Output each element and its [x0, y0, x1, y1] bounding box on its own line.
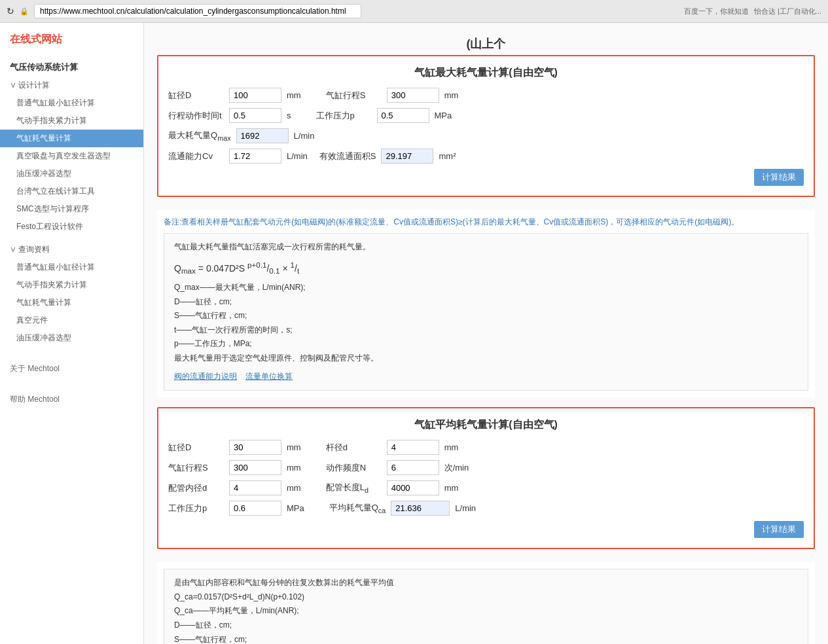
avg-desc-2: Q_ca——平均耗气量，L/min(ANR);: [174, 604, 798, 618]
max-pressure-label: 工作压力p: [316, 110, 372, 122]
max-bore-label: 缸径D: [168, 90, 224, 101]
max-qmax-row: 最大耗气量Qmax L/min: [168, 128, 804, 143]
avg-inner-row: 配管内径d mm 配管长度Ld mm: [168, 480, 804, 495]
sidebar-item-cylinder-min[interactable]: 普通气缸最小缸径计算: [0, 94, 143, 112]
sidebar-item-gas-consumption[interactable]: 气缸耗气量计算: [0, 130, 143, 147]
max-bore-group: 缸径D mm: [168, 88, 301, 103]
avg-qca-unit: L/min: [455, 503, 476, 513]
bookmark-item-baidu[interactable]: 百度一下，你就知道: [684, 7, 749, 16]
ld-sub: d: [365, 486, 369, 494]
avg-pressure-input[interactable]: [229, 501, 281, 516]
max-area-group: 有效流通面积S mm²: [319, 149, 456, 164]
avg-bore-input[interactable]: [229, 440, 281, 455]
sidebar-query-grip[interactable]: 气动手指夹紧力计算: [0, 276, 143, 294]
sidebar-item-pneumatic-grip[interactable]: 气动手指夹紧力计算: [0, 112, 143, 130]
sidebar-query-gas[interactable]: 气缸耗气量计算: [0, 294, 143, 312]
max-time-unit: s: [287, 111, 291, 120]
avg-bore-label: 缸径D: [168, 442, 224, 454]
max-cv-label: 流通能力Cv: [168, 151, 224, 162]
sidebar-item-festo[interactable]: Festo工程设计软件: [0, 218, 143, 236]
max-pressure-unit: MPa: [435, 111, 452, 120]
avg-qca-label: 平均耗气量Qca: [329, 502, 386, 514]
avg-pipelen-group: 配管长度Ld mm: [326, 480, 459, 495]
url-bar[interactable]: [34, 4, 361, 18]
max-qmax-unit: L/min: [294, 131, 315, 141]
qca-sub: ca: [378, 507, 386, 514]
max-pressure-input[interactable]: [377, 108, 429, 123]
reload-icon[interactable]: ↻: [7, 6, 14, 16]
sidebar-about[interactable]: 关于 Mechtool: [0, 360, 143, 378]
max-area-result[interactable]: [381, 149, 433, 164]
max-bore-unit: mm: [287, 90, 301, 100]
avg-bore-unit: mm: [287, 442, 301, 452]
avg-pipelen-input[interactable]: [387, 480, 439, 495]
design-group-toggle[interactable]: ∨ 设计计算: [0, 77, 143, 94]
max-calc-button[interactable]: 计算结果: [754, 169, 804, 186]
sidebar-query-vacuum[interactable]: 真空元件: [0, 312, 143, 329]
max-cv-row: 流通能力Cv L/min 有效流通面积S mm²: [168, 149, 804, 164]
avg-bore-group: 缸径D mm: [168, 440, 301, 455]
avg-freq-group: 动作频度N 次/min: [326, 460, 469, 475]
avg-desc-3: D——缸径，cm;: [174, 618, 798, 633]
max-stroke-label: 气缸行程S: [326, 90, 382, 101]
desc-1: D——缸径，cm;: [174, 295, 798, 310]
desc-4: p——工作压力，MPa;: [174, 337, 798, 351]
avg-rod-group: 杆径d mm: [326, 440, 459, 455]
avg-calc-box: 气缸平均耗气量计算(自由空气) 缸径D mm 杆径d mm 气缸行程S: [157, 407, 815, 549]
avg-pressure-label: 工作压力p: [168, 503, 224, 514]
avg-desc-4: S——气缸行程，cm;: [174, 633, 798, 644]
avg-rod-unit: mm: [444, 442, 459, 452]
avg-inner-input[interactable]: [229, 480, 281, 495]
sidebar-item-taiwan-calc[interactable]: 台湾气立在线计算工具: [0, 183, 143, 200]
max-qmax-label: 最大耗气量Qmax: [168, 130, 231, 142]
max-stroke-input[interactable]: [387, 88, 439, 103]
avg-stroke-label: 气缸行程S: [168, 462, 224, 474]
avg-inner-group: 配管内径d mm: [168, 480, 301, 495]
avg-pipelen-unit: mm: [444, 483, 459, 493]
max-bore-input[interactable]: [229, 88, 281, 103]
avg-freq-input[interactable]: [387, 460, 439, 475]
formula-title: 气缸最大耗气量指气缸活塞完成一次行程所需的耗气量。: [174, 240, 798, 255]
max-cv-input[interactable]: [229, 149, 281, 164]
note-links: 阀的流通能力说明 流量单位换算: [174, 370, 798, 384]
avg-freq-unit: 次/min: [444, 462, 469, 474]
max-qmax-result[interactable]: [236, 128, 289, 143]
query-group-toggle[interactable]: ∨ 查询资料: [0, 241, 143, 259]
max-time-row: 行程动作时间t s 工作压力p MPa: [168, 108, 804, 123]
desc-0: Q_max——最大耗气量，L/min(ANR);: [174, 281, 798, 295]
avg-qca-result[interactable]: [391, 501, 450, 516]
sidebar-query-cylinder-min[interactable]: 普通气缸最小缸径计算: [0, 259, 143, 276]
sidebar-query-oil-buffer[interactable]: 油压缓冲器选型: [0, 329, 143, 347]
max-calc-box: 气缸最大耗气量计算(自由空气) 缸径D mm 气缸行程S mm 行程动作时间t: [157, 55, 815, 197]
avg-pipelen-label: 配管长度Ld: [326, 482, 382, 494]
max-time-input[interactable]: [229, 108, 281, 123]
sidebar-help[interactable]: 帮助 Mechtool: [0, 391, 143, 408]
avg-stroke-input[interactable]: [229, 460, 281, 475]
formula-box: 气缸最大耗气量指气缸活塞完成一次行程所需的耗气量。 Qmax = 0.047D²…: [164, 233, 808, 391]
avg-note-section: 是由气缸内部容积和气缸每分钟的往复次数算出的耗气量平均值 Q_ca=0.0157…: [157, 562, 815, 644]
avg-calc-title: 气缸平均耗气量计算(自由空气): [168, 418, 804, 432]
max-area-unit: mm²: [439, 151, 456, 161]
page-title: (山上个: [157, 29, 815, 55]
max-time-group: 行程动作时间t s: [168, 108, 291, 123]
sidebar-item-vacuum[interactable]: 真空吸盘与真空发生器选型: [0, 147, 143, 165]
sidebar-item-smc[interactable]: SMC选型与计算程序: [0, 200, 143, 218]
browser-bar: ↻ 🔒 百度一下，你就知道 怡合达 |工厂自动化...: [0, 0, 828, 23]
avg-desc-1: Q_ca=0.0157(D²S+d²L_d)N(p+0.102): [174, 590, 798, 605]
bookmark-item-yiheda[interactable]: 怡合达 |工厂自动化...: [754, 7, 821, 16]
sidebar-item-oil-buffer[interactable]: 油压缓冲器选型: [0, 165, 143, 183]
link-cv-explain[interactable]: 阀的流通能力说明: [174, 372, 237, 381]
avg-pressure-unit: MPa: [287, 503, 304, 513]
max-pressure-group: 工作压力p MPa: [316, 108, 452, 123]
avg-calc-button[interactable]: 计算结果: [754, 521, 804, 538]
sidebar-brand: 在线式网站: [0, 33, 143, 56]
avg-stroke-row: 气缸行程S mm 动作频度N 次/min: [168, 460, 804, 475]
avg-bore-row: 缸径D mm 杆径d mm: [168, 440, 804, 455]
avg-rod-input[interactable]: [387, 440, 439, 455]
avg-pressure-row: 工作压力p MPa 平均耗气量Qca L/min: [168, 501, 804, 516]
avg-rod-label: 杆径d: [326, 442, 382, 454]
sidebar: 在线式网站 气压传动系统计算 ∨ 设计计算 普通气缸最小缸径计算 气动手指夹紧力…: [0, 23, 144, 644]
link-flow-convert[interactable]: 流量单位换算: [245, 372, 293, 381]
max-area-label: 有效流通面积S: [319, 151, 376, 162]
avg-freq-label: 动作频度N: [326, 462, 382, 474]
